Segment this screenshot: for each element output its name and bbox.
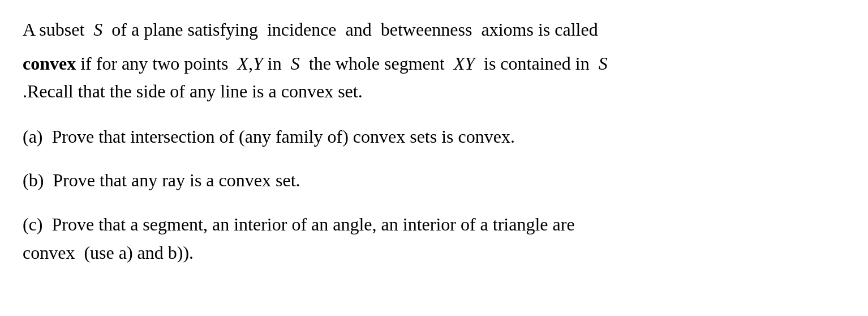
convex-term: convex — [23, 53, 76, 74]
part-c-text-line1: (c) Prove that a segment, an interior of… — [23, 214, 575, 234]
main-content: A subset S of a plane satisfying inciden… — [23, 16, 845, 267]
intro-text-line1: A subset S of a plane satisfying inciden… — [23, 19, 598, 40]
part-b-text: (b) Prove that any ray is a convex set. — [23, 170, 300, 190]
part-b-paragraph: (b) Prove that any ray is a convex set. — [23, 166, 845, 195]
recall-text: .Recall that the side of any line is a c… — [23, 81, 363, 101]
part-c-text-line2: convex (use a) and b)). — [23, 242, 194, 263]
intro-paragraph-line2: convex if for any two points X,Y in S th… — [23, 50, 845, 106]
intro-continuation: if for any two points X,Y in S the whole… — [76, 53, 607, 74]
part-a-text: (a) Prove that intersection of (any fami… — [23, 126, 515, 147]
part-c-paragraph: (c) Prove that a segment, an interior of… — [23, 211, 845, 267]
part-a-paragraph: (a) Prove that intersection of (any fami… — [23, 123, 845, 151]
intro-paragraph: A subset S of a plane satisfying inciden… — [23, 16, 845, 44]
